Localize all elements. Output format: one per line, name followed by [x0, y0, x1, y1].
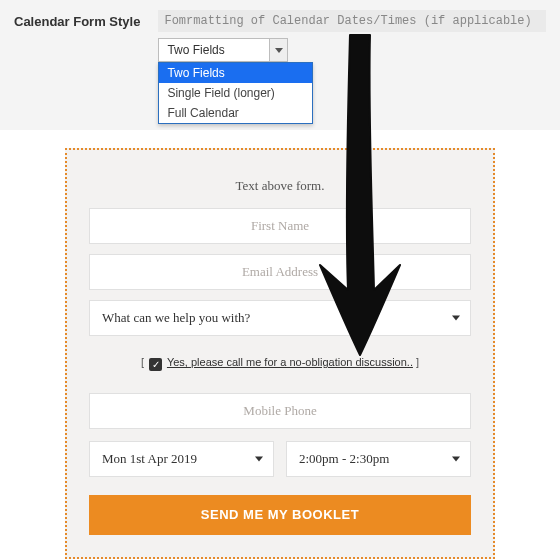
- chevron-down-icon: [269, 39, 287, 61]
- calendar-style-dropdown: Two Fields Single Field (longer) Full Ca…: [158, 62, 313, 124]
- setting-hint: Fomrmatting of Calendar Dates/Times (if …: [158, 10, 546, 32]
- calendar-style-selected: Two Fields: [167, 43, 224, 57]
- phone-placeholder: Mobile Phone: [90, 394, 470, 428]
- settings-panel: Calendar Form Style Fomrmatting of Calen…: [0, 0, 560, 130]
- setting-label: Calendar Form Style: [14, 10, 140, 29]
- dropdown-option[interactable]: Two Fields: [159, 63, 312, 83]
- submit-button[interactable]: SEND ME MY BOOKLET: [89, 495, 471, 535]
- phone-field[interactable]: Mobile Phone: [89, 393, 471, 429]
- form-preview: Text above form. First Name Email Addres…: [65, 148, 495, 559]
- dropdown-option[interactable]: Single Field (longer): [159, 83, 312, 103]
- help-select[interactable]: What can we help you with?: [89, 300, 471, 336]
- help-select-value: What can we help you with?: [102, 310, 250, 326]
- consent-row: [ ✓ Yes, please call me for a no-obligat…: [89, 356, 471, 371]
- chevron-down-icon: [452, 316, 460, 321]
- submit-label: SEND ME MY BOOKLET: [201, 507, 359, 522]
- consent-checkbox[interactable]: ✓: [149, 358, 162, 371]
- chevron-down-icon: [255, 457, 263, 462]
- calendar-style-select[interactable]: Two Fields Two Fields Single Field (long…: [158, 38, 288, 62]
- email-field[interactable]: Email Address: [89, 254, 471, 290]
- dropdown-option[interactable]: Full Calendar: [159, 103, 312, 123]
- time-value: 2:00pm - 2:30pm: [299, 451, 389, 467]
- chevron-down-icon: [452, 457, 460, 462]
- date-value: Mon 1st Apr 2019: [102, 451, 197, 467]
- first-name-field[interactable]: First Name: [89, 208, 471, 244]
- time-select[interactable]: 2:00pm - 2:30pm: [286, 441, 471, 477]
- date-select[interactable]: Mon 1st Apr 2019: [89, 441, 274, 477]
- email-placeholder: Email Address: [90, 255, 470, 289]
- consent-text[interactable]: Yes, please call me for a no-obligation …: [167, 356, 413, 368]
- first-name-placeholder: First Name: [90, 209, 470, 243]
- form-text-above: Text above form.: [89, 178, 471, 194]
